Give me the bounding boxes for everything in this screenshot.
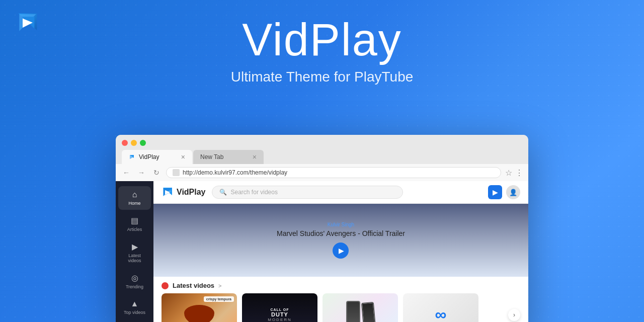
food-badge: crispy tempura [204, 296, 234, 302]
video-thumb-2: CALL OF DUTY MODERN [242, 293, 317, 322]
video-card-4[interactable]: ∞ [403, 293, 478, 322]
articles-icon: ▤ [131, 216, 138, 225]
sidebar-label-articles: Articles [127, 227, 142, 232]
app-logo: VidPlay [162, 186, 206, 198]
sidebar-item-articles[interactable]: ▤ Articles [118, 212, 151, 236]
upload-icon: ▶ [493, 188, 498, 196]
browser-mockup: VidPlay × New Tab × ← → ↻ http://demo.ku… [116, 135, 528, 322]
browser-chrome: VidPlay × New Tab × [116, 135, 528, 164]
user-avatar-button[interactable]: 👤 [506, 185, 520, 199]
tab-favicon [129, 154, 135, 160]
food-bowl-shape [184, 305, 214, 323]
video-card-3[interactable] [323, 293, 398, 322]
sidebar: ⌂ Home ▤ Articles ▶ Latest videos ◎ Tren… [116, 181, 153, 322]
hero-play-icon: ▶ [339, 247, 344, 255]
bookmark-icon[interactable]: ☆ [505, 168, 512, 178]
hero-play-button[interactable]: ▶ [333, 243, 349, 259]
food-thumbnail: crispy tempura [162, 293, 237, 322]
search-bar[interactable]: 🔍 Search for videos [212, 186, 403, 199]
section-dot [162, 282, 169, 289]
meta-logo-shape: ∞ [435, 305, 447, 322]
video-thumb-1: crispy tempura [162, 293, 237, 322]
sidebar-item-trending[interactable]: ◎ Trending [118, 269, 151, 293]
tab-label-vidplay: VidPlay [139, 153, 159, 160]
app-header: VidPlay 🔍 Search for videos ▶ 👤 [153, 181, 528, 204]
section-title: Latest videos [173, 282, 214, 289]
sidebar-label-home: Home [128, 201, 140, 206]
tab-close-newtab[interactable]: × [253, 153, 257, 161]
section-arrow[interactable]: > [218, 283, 221, 289]
address-actions: ☆ ⋮ [505, 168, 523, 178]
upload-button[interactable]: ▶ [488, 185, 502, 199]
home-icon: ⌂ [132, 190, 137, 199]
phone-shape-1 [346, 301, 360, 322]
video-card-1[interactable]: crispy tempura [162, 293, 237, 322]
main-area: VidPlay 🔍 Search for videos ▶ 👤 [153, 181, 528, 322]
hero-banner-content: Kulvir Singh Marvel Studios' Avengers - … [277, 222, 405, 259]
more-options-icon[interactable]: ⋮ [515, 168, 523, 178]
latest-videos-icon: ▶ [132, 242, 138, 252]
hero-banner: Kulvir Singh Marvel Studios' Avengers - … [153, 204, 528, 277]
phones-thumbnail [323, 293, 398, 322]
hero-section: VidPlay Ultimate Theme for PlayTube [0, 15, 644, 85]
hero-channel-name: Kulvir Singh [277, 222, 405, 227]
app-logo-text: VidPlay [177, 188, 206, 197]
sidebar-item-latest-videos[interactable]: ▶ Latest videos [118, 238, 151, 267]
tab-close-vidplay[interactable]: × [181, 153, 185, 161]
sidebar-label-trending: Trending [126, 284, 143, 289]
address-favicon [173, 169, 180, 176]
avatar-icon: 👤 [509, 189, 517, 196]
back-button[interactable]: ← [121, 167, 132, 178]
maximize-window-button[interactable] [140, 140, 146, 146]
cod-call-of: CALL OF [270, 308, 289, 311]
forward-button[interactable]: → [136, 167, 147, 178]
top-videos-icon: ▲ [131, 299, 139, 308]
video-thumb-4: ∞ [403, 293, 478, 322]
meta-thumbnail: ∞ [403, 293, 478, 322]
trending-icon: ◎ [131, 273, 138, 283]
tab-label-newtab: New Tab [200, 153, 223, 160]
section-header: Latest videos > [162, 282, 520, 289]
app-layout: ⌂ Home ▤ Articles ▶ Latest videos ◎ Tren… [116, 181, 528, 322]
search-icon: 🔍 [219, 189, 227, 196]
cod-thumbnail: CALL OF DUTY MODERN [242, 293, 317, 322]
phone-shape-2 [361, 302, 375, 322]
address-input[interactable]: http://demo.kulvir97.com/theme/vidplay [166, 167, 501, 178]
minimize-window-button[interactable] [131, 140, 137, 146]
hero-title: VidPlay [0, 15, 644, 65]
latest-videos-section: Latest videos > crispy tempura [153, 277, 528, 322]
sidebar-label-latest: Latest videos [121, 253, 148, 263]
hero-subtitle: Ultimate Theme for PlayTube [0, 69, 644, 85]
reload-button[interactable]: ↻ [151, 167, 162, 178]
cards-next-button[interactable]: › [508, 309, 520, 321]
video-cards-row: crispy tempura CALL OF DUTY MODERN [162, 293, 520, 322]
cod-modern: MODERN [268, 317, 292, 322]
window-controls [122, 140, 522, 146]
browser-tab-vidplay[interactable]: VidPlay × [122, 150, 192, 164]
sidebar-label-top: Top videos [124, 310, 145, 315]
close-window-button[interactable] [122, 140, 128, 146]
video-card-2[interactable]: CALL OF DUTY MODERN [242, 293, 317, 322]
address-text: http://demo.kulvir97.com/theme/vidplay [183, 169, 287, 176]
video-thumb-3 [323, 293, 398, 322]
browser-tab-newtab[interactable]: New Tab × [193, 150, 264, 164]
header-actions: ▶ 👤 [488, 185, 520, 199]
app-logo-icon [162, 186, 174, 198]
sidebar-item-home[interactable]: ⌂ Home [118, 186, 151, 210]
browser-tabs: VidPlay × New Tab × [122, 150, 522, 164]
browser-content: ⌂ Home ▤ Articles ▶ Latest videos ◎ Tren… [116, 181, 528, 322]
search-input-placeholder: Search for videos [231, 189, 278, 196]
hero-video-title: Marvel Studios' Avengers - Official Trai… [277, 229, 405, 237]
sidebar-item-top-videos[interactable]: ▲ Top videos [118, 295, 151, 319]
address-bar-row: ← → ↻ http://demo.kulvir97.com/theme/vid… [116, 164, 528, 181]
cod-duty: DUTY [271, 311, 288, 317]
